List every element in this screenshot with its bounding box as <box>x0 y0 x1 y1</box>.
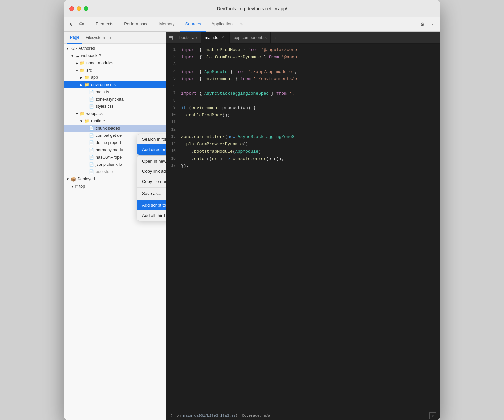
tree-app[interactable]: ▶ 📁 app <box>64 74 166 81</box>
tree-webpack-folder[interactable]: ▼ 📁 webpack <box>64 110 166 117</box>
label-src: src <box>86 68 92 73</box>
file-tree: ▼ </> Authored ▼ ☁ webpack:// ▶ 📁 node_m… <box>64 44 166 420</box>
editor-tab-bootstrap[interactable]: bootstrap <box>175 32 201 44</box>
ctx-add-third-party[interactable]: Add all third-party scripts to ignore li… <box>137 210 166 221</box>
tabbar: Elements Performance Memory Sources Appl… <box>64 17 440 32</box>
window-title: DevTools - ng-devtools.netlify.app/ <box>217 6 287 11</box>
svg-rect-4 <box>169 39 172 39</box>
editor-nav-button[interactable] <box>166 32 175 44</box>
ctx-open-new-tab[interactable]: Open in new tab <box>137 156 166 166</box>
code-area[interactable]: 1 import { enableProdMode } from '@angul… <box>166 44 440 411</box>
svg-rect-5 <box>172 36 173 40</box>
arrow-node-modules: ▶ <box>75 61 79 65</box>
ctx-save-as[interactable]: Save as... <box>137 188 166 198</box>
label-styles-css: styles.css <box>96 104 113 109</box>
settings-button[interactable]: ⚙ <box>418 20 427 29</box>
panel-menu-button[interactable]: ⋮ <box>159 35 163 40</box>
tree-chunk-loaded[interactable]: ▶ 📄 chunk loaded <box>64 125 166 132</box>
code-line-12: 12 <box>166 126 440 133</box>
editor-tab-main-ts[interactable]: main.ts ✕ <box>201 32 230 44</box>
tab-application[interactable]: Application <box>206 17 238 32</box>
file-icon-main-ts: 📄 <box>89 90 94 94</box>
tree-zone-async[interactable]: ▶ 📄 zone-async-sta <box>64 96 166 103</box>
code-line-6: 6 <box>166 82 440 90</box>
traffic-lights <box>69 6 88 11</box>
cloud-icon: ☁ <box>75 53 79 58</box>
tree-src[interactable]: ▼ 📁 src <box>64 67 166 74</box>
expand-button[interactable]: ⤢ <box>429 412 436 419</box>
panel-tabs: Page Filesystem » ⋮ <box>64 32 166 44</box>
label-webpack-folder: webpack <box>86 111 103 116</box>
maximize-button[interactable] <box>84 6 88 11</box>
arrow-app: ▶ <box>79 76 84 79</box>
tree-main-ts[interactable]: ▶ 📄 main.ts <box>64 88 166 96</box>
frame-icon: □ <box>75 184 78 189</box>
arrow-runtime: ▼ <box>79 119 84 123</box>
label-main-ts: main.ts <box>96 90 109 94</box>
cursor-tool[interactable] <box>67 20 76 29</box>
panel-more[interactable]: » <box>109 36 111 40</box>
ctx-copy-file-name[interactable]: Copy file name <box>137 176 166 187</box>
label-top: top <box>79 184 85 189</box>
label-jsonp-chunk: jsonp chunk lo <box>96 162 122 167</box>
label-bootstrap-file: bootstrap <box>96 169 113 174</box>
tab-memory[interactable]: Memory <box>154 17 180 32</box>
arrow-src: ▼ <box>75 69 79 72</box>
label-app: app <box>91 75 98 80</box>
tree-webpack-root[interactable]: ▼ ☁ webpack:// <box>64 52 166 59</box>
code-line-13: 13 Zone.current.fork(new AsyncStackTaggi… <box>166 133 440 140</box>
tab-more[interactable]: » <box>238 17 245 32</box>
tree-styles-css[interactable]: ▶ 📄 styles.css <box>64 103 166 110</box>
label-harmony-mod: harmony modu <box>96 148 123 152</box>
tab-filesystem[interactable]: Filesystem <box>82 32 108 44</box>
tree-runtime[interactable]: ▼ 📁 runtime <box>64 117 166 125</box>
editor-tab-more[interactable]: » <box>272 36 279 40</box>
folder-icon-app: 📁 <box>84 75 89 80</box>
file-icon-zone-async: 📄 <box>89 97 94 102</box>
file-icon-styles-css: 📄 <box>89 104 94 109</box>
file-icon-harmony-mod: 📄 <box>89 148 94 152</box>
code-line-15: 15 .bootstrapModule(AppModule) <box>166 148 440 155</box>
tree-node-modules[interactable]: ▶ 📁 node_modules <box>64 59 166 67</box>
tab-performance[interactable]: Performance <box>119 17 154 32</box>
tab-sources[interactable]: Sources <box>180 17 206 32</box>
bottom-bar: (from main.da001/b2fe3f1fa3.js) Coverage… <box>166 411 440 420</box>
minimize-button[interactable] <box>77 6 81 11</box>
editor-tab-app-component[interactable]: app.component.ts <box>230 32 270 44</box>
label-node-modules: node_modules <box>86 61 113 65</box>
code-line-3: 3 <box>166 61 440 68</box>
arrow-deployed: ▼ <box>65 177 70 181</box>
file-icon-has-own: 📄 <box>89 155 94 160</box>
code-line-5: 5 import { environment } from './environ… <box>166 75 440 82</box>
panel-actions: ⋮ <box>159 35 163 40</box>
tabbar-right: ⚙ ⋮ <box>418 20 437 29</box>
svg-rect-0 <box>80 23 82 25</box>
folder-icon-runtime: 📁 <box>84 119 89 123</box>
ctx-copy-link[interactable]: Copy link address <box>137 166 166 176</box>
device-toggle[interactable] <box>77 20 86 29</box>
code-line-8: 8 <box>166 97 440 104</box>
ctx-search-in-folder[interactable]: Search in folder <box>137 134 166 144</box>
context-menu-top-wrapper: Search in folder Add directory to ignore… <box>137 134 166 221</box>
tree-environments[interactable]: ▶ 📁 environments <box>64 81 166 88</box>
svg-rect-2 <box>169 36 172 37</box>
tree-authored[interactable]: ▼ </> Authored <box>64 45 166 52</box>
folder-icon-environments: 📁 <box>84 82 89 87</box>
devtools-window: DevTools - ng-devtools.netlify.app/ Elem… <box>64 0 440 420</box>
context-menu-bottom: Open in new tab Copy link address Copy f… <box>137 156 166 221</box>
tab-elements[interactable]: Elements <box>90 17 119 32</box>
code-line-9: 9 if (environment.production) { <box>166 104 440 111</box>
label-authored: Authored <box>79 46 95 51</box>
ctx-add-dir-ignore[interactable]: Add directory to ignore list <box>137 144 166 155</box>
editor-tab-close-main-ts[interactable]: ✕ <box>220 35 225 40</box>
label-webpack-root: webpack:// <box>81 53 101 58</box>
label-has-own: hasOwnPrope <box>96 155 122 160</box>
more-button[interactable]: ⋮ <box>428 20 437 29</box>
close-button[interactable] <box>69 6 74 11</box>
file-icon-chunk-loaded: 📄 <box>89 126 94 131</box>
folder-icon-src: 📁 <box>80 68 85 73</box>
ctx-add-script-ignore[interactable]: Add script to ignore list <box>137 200 166 210</box>
label-compat-get: compat get de <box>96 133 122 138</box>
context-menu-top: Search in folder Add directory to ignore… <box>137 134 166 155</box>
tab-page[interactable]: Page <box>67 32 82 44</box>
